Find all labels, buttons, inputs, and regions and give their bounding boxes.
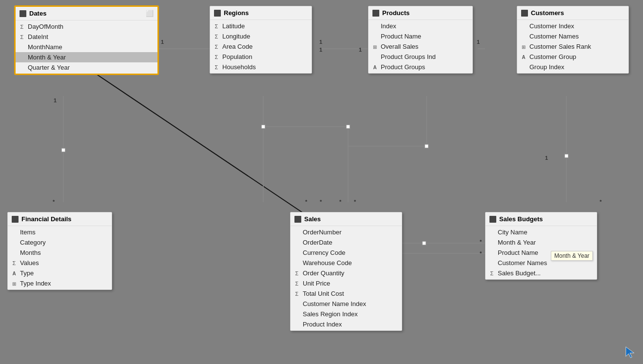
- svg-rect-5: [425, 144, 429, 148]
- field-label: Unit Price: [303, 280, 330, 287]
- field-row[interactable]: Population: [210, 52, 312, 62]
- field-row[interactable]: Total Unit Cost: [291, 288, 402, 299]
- field-label: DayOfMonth: [28, 23, 63, 30]
- dates-table-body: DayOfMonth DateInt MonthName Month & Yea…: [16, 20, 157, 74]
- field-row[interactable]: Product Name: [369, 31, 472, 41]
- relation-label: *: [305, 199, 307, 205]
- relation-label: *: [354, 199, 356, 205]
- svg-rect-1: [61, 148, 65, 152]
- sigma-icon: [19, 34, 25, 40]
- table-icon: [372, 10, 379, 17]
- field-row[interactable]: Customer Name Index: [291, 299, 402, 309]
- field-row[interactable]: MonthName: [16, 42, 157, 52]
- dates-table-title: Dates: [29, 10, 46, 17]
- sales-table[interactable]: Sales OrderNumber OrderDate Currency Cod…: [290, 212, 402, 331]
- field-row[interactable]: OrderDate: [291, 237, 402, 248]
- sigma-icon: [213, 54, 220, 60]
- table-icon: [19, 10, 26, 17]
- regions-table[interactable]: Regions Latitude Longitude Area Code Pop…: [210, 6, 312, 74]
- field-row[interactable]: Product Index: [291, 319, 402, 329]
- sales-budgets-table[interactable]: Sales Budgets City Name Month & Year Pro…: [485, 212, 597, 280]
- relation-label: 1: [319, 47, 322, 53]
- sigma-icon: [213, 64, 220, 70]
- field-row[interactable]: Values: [8, 258, 112, 268]
- customers-table[interactable]: Customers Customer Index Customer Names …: [517, 6, 629, 74]
- field-label: Product Name: [498, 249, 538, 256]
- dates-expand-icon[interactable]: ⬜: [146, 10, 154, 17]
- field-row-highlighted[interactable]: Month & Year: [16, 52, 157, 62]
- svg-rect-7: [422, 241, 426, 245]
- field-row[interactable]: Sales Budget...: [486, 268, 597, 278]
- relation-label: 1: [477, 39, 480, 45]
- table-icon: [12, 216, 19, 223]
- field-label: Category: [20, 239, 46, 246]
- regions-table-header: Regions: [210, 6, 312, 20]
- field-row[interactable]: Type Index: [8, 278, 112, 288]
- products-table-body: Index Product Name Overall Sales Product…: [369, 20, 472, 73]
- relation-label: 1: [54, 97, 57, 103]
- field-row[interactable]: Month & Year: [486, 237, 597, 248]
- field-row[interactable]: Latitude: [210, 21, 312, 31]
- products-table-title: Products: [382, 9, 409, 17]
- field-row[interactable]: Product Groups: [369, 62, 472, 72]
- sigma-icon: [11, 260, 18, 266]
- field-label: Longitude: [222, 33, 250, 40]
- relation-label: *: [600, 199, 602, 205]
- field-row[interactable]: Type: [8, 268, 112, 278]
- financial-details-table-body: Items Category Months Values Type Type I…: [8, 226, 112, 289]
- svg-marker-9: [626, 347, 634, 358]
- field-row[interactable]: Warehouse Code: [291, 258, 402, 268]
- field-row[interactable]: Customer Sales Rank: [517, 41, 628, 52]
- field-row[interactable]: Order Quantity: [291, 268, 402, 278]
- field-label: Quarter & Year: [28, 64, 70, 71]
- field-row[interactable]: City Name: [486, 227, 597, 237]
- field-row[interactable]: Quarter & Year: [16, 62, 157, 73]
- field-row[interactable]: Months: [8, 248, 112, 258]
- field-row[interactable]: Overall Sales: [369, 41, 472, 52]
- tooltip-text: Month & Year: [554, 252, 589, 259]
- field-label: Month & Year: [28, 54, 66, 61]
- field-label: Sales Budget...: [498, 269, 541, 277]
- field-label: Customer Index: [529, 22, 574, 30]
- table-icon-sym: [11, 281, 18, 287]
- field-label: Month & Year: [498, 239, 536, 246]
- relation-label: *: [480, 239, 482, 245]
- field-row[interactable]: Group Index: [517, 62, 628, 72]
- field-row[interactable]: Customer Names: [517, 31, 628, 41]
- table-icon: [489, 216, 496, 223]
- field-label: Index: [381, 22, 396, 30]
- field-row[interactable]: Unit Price: [291, 278, 402, 288]
- table-icon-sym: [371, 44, 378, 50]
- financial-details-table[interactable]: Financial Details Items Category Months …: [7, 212, 112, 290]
- field-row[interactable]: Households: [210, 62, 312, 72]
- relation-label: *: [320, 199, 322, 205]
- relation-label: *: [53, 199, 55, 205]
- relation-label: *: [339, 199, 341, 205]
- sigma-icon: [488, 270, 495, 276]
- field-row[interactable]: Customer Index: [517, 21, 628, 31]
- sales-table-title: Sales: [304, 215, 321, 223]
- field-label: Sales Region Index: [303, 310, 358, 318]
- products-table[interactable]: Products Index Product Name Overall Sale…: [368, 6, 473, 74]
- field-row[interactable]: Category: [8, 237, 112, 248]
- field-row[interactable]: Index: [369, 21, 472, 31]
- field-row[interactable]: Longitude: [210, 31, 312, 41]
- field-row[interactable]: DateInt: [16, 32, 157, 42]
- field-row[interactable]: OrderNumber: [291, 227, 402, 237]
- field-label: Product Name: [381, 33, 421, 40]
- field-label: Currency Code: [303, 249, 345, 256]
- svg-rect-2: [261, 125, 265, 129]
- svg-rect-3: [346, 125, 350, 129]
- field-row[interactable]: Area Code: [210, 41, 312, 52]
- sigma-icon: [213, 34, 220, 39]
- field-row[interactable]: Customer Group: [517, 52, 628, 62]
- financial-details-table-title: Financial Details: [21, 215, 72, 223]
- dates-table[interactable]: Dates ⬜ DayOfMonth DateInt MonthName Mon…: [15, 6, 158, 75]
- field-label: Customer Names: [498, 259, 547, 267]
- field-row[interactable]: Currency Code: [291, 248, 402, 258]
- field-row[interactable]: DayOfMonth: [16, 21, 157, 32]
- field-row[interactable]: Items: [8, 227, 112, 237]
- regions-table-title: Regions: [224, 9, 249, 17]
- field-row[interactable]: Sales Region Index: [291, 309, 402, 319]
- field-row[interactable]: Product Groups Ind: [369, 52, 472, 62]
